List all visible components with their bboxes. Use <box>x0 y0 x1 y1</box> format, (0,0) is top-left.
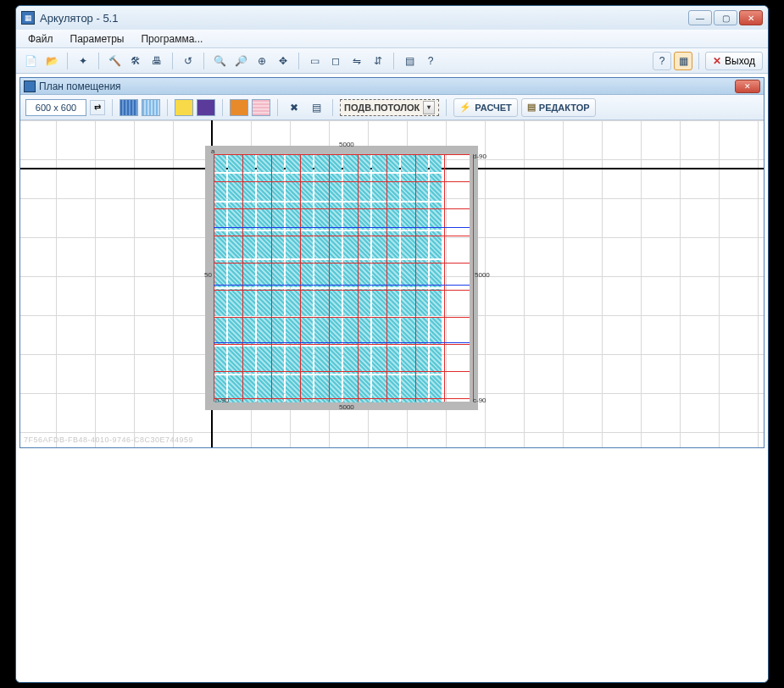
rect2-icon[interactable]: ◻ <box>326 52 345 70</box>
close-button[interactable]: ✕ <box>739 10 763 25</box>
print-icon[interactable]: 🖶 <box>147 52 166 70</box>
corner-d: d-90 <box>473 153 487 160</box>
open-icon[interactable]: 📂 <box>42 52 61 70</box>
bolt-icon: ⚡ <box>459 102 471 113</box>
pattern-orange[interactable] <box>230 99 248 116</box>
wizard-icon[interactable]: ✦ <box>74 52 92 70</box>
canvas[interactable]: 5000 5000 50 5000 a d-90 b-90 c-90 7F56A… <box>20 120 764 447</box>
panel-icon[interactable]: ▤ <box>400 52 419 70</box>
new-icon[interactable]: 📄 <box>21 52 40 70</box>
app-title: Аркулятор - 5.1 <box>40 12 688 25</box>
settings-icon[interactable]: ✖ <box>285 98 303 117</box>
rect-icon[interactable]: ▭ <box>305 52 324 70</box>
plan-toolbar: ⇄ ✖ ▤ ПОДВ.ПОТОЛОК ▾ <box>20 95 764 120</box>
editor-label: РЕДАКТОР <box>539 103 590 113</box>
separator <box>112 99 113 116</box>
plan-window: План помещения ✕ ⇄ ✖ ▤ ПОД <box>19 77 765 448</box>
menu-file[interactable]: Файл <box>21 31 60 47</box>
plan-title: План помещения <box>39 80 735 92</box>
separator <box>98 53 99 69</box>
grid-mode-icon[interactable]: ▦ <box>674 52 692 70</box>
separator <box>203 53 204 69</box>
fit-icon[interactable]: ⊕ <box>253 52 271 70</box>
separator <box>698 53 699 69</box>
room-plan[interactable] <box>214 146 470 402</box>
undo-icon[interactable]: ↺ <box>179 52 197 70</box>
pattern-purple[interactable] <box>197 99 215 116</box>
menu-params[interactable]: Параметры <box>64 31 131 47</box>
menu-program[interactable]: Программа... <box>134 31 209 47</box>
calculate-label: РАСЧЕТ <box>475 103 512 113</box>
hammer-icon[interactable]: 🔨 <box>105 52 124 70</box>
plan-icon <box>24 80 36 92</box>
calculate-button[interactable]: ⚡ РАСЧЕТ <box>453 98 518 117</box>
separator <box>172 53 173 69</box>
corner-b: b-90 <box>215 397 229 404</box>
window-controls: — ▢ ✕ <box>688 10 763 25</box>
dim-left: 50 <box>204 271 212 279</box>
separator <box>277 99 278 116</box>
exit-button[interactable]: ✕ Выход <box>705 52 763 70</box>
chevron-down-icon: ▾ <box>423 101 435 114</box>
main-window: ▦ Аркулятор - 5.1 — ▢ ✕ Файл Параметры П… <box>15 5 769 683</box>
pattern-yellow[interactable] <box>175 99 193 116</box>
separator <box>332 99 333 116</box>
pattern-blue[interactable] <box>120 99 138 116</box>
separator <box>167 99 168 116</box>
editor-button[interactable]: ▤ РЕДАКТОР <box>521 98 596 117</box>
swap-icon[interactable]: ⇄ <box>90 100 105 115</box>
client-area: План помещения ✕ ⇄ ✖ ▤ ПОД <box>16 74 768 682</box>
tool-icon[interactable]: 🛠 <box>126 52 145 70</box>
dropdown-label: ПОДВ.ПОТОЛОК <box>344 103 420 113</box>
help-icon[interactable]: ? <box>421 52 440 70</box>
watermark: 7F56AFDB-FB48-4010-9746-C8C30E744959 <box>24 436 193 444</box>
tile-grid <box>214 154 470 402</box>
plan-close-button[interactable]: ✕ <box>735 80 760 93</box>
dim-bottom: 5000 <box>339 403 354 411</box>
zoom-in-icon[interactable]: 🔍 <box>210 52 229 70</box>
separator <box>67 53 68 69</box>
flip-v-icon[interactable]: ⇵ <box>369 52 387 70</box>
ceiling-type-dropdown[interactable]: ПОДВ.ПОТОЛОК ▾ <box>340 99 439 116</box>
help2-icon[interactable]: ? <box>653 52 671 70</box>
corner-a: a <box>211 147 214 155</box>
tile-size-field[interactable] <box>25 99 86 116</box>
pattern-lightblue[interactable] <box>142 99 160 116</box>
exit-icon: ✕ <box>713 55 721 67</box>
pattern-pink[interactable] <box>252 99 270 116</box>
main-toolbar: 📄 📂 ✦ 🔨 🛠 🖶 ↺ 🔍 🔎 ⊕ ✥ ▭ ◻ ⇋ ⇵ ▤ ? ? ▦ ✕ … <box>16 48 768 74</box>
pan-icon[interactable]: ✥ <box>274 52 292 70</box>
minimize-button[interactable]: — <box>688 10 712 25</box>
zoom-out-icon[interactable]: 🔎 <box>231 52 250 70</box>
maximize-button[interactable]: ▢ <box>714 10 737 25</box>
corner-c: c-90 <box>473 397 487 404</box>
editor-icon: ▤ <box>527 102 536 113</box>
flip-h-icon[interactable]: ⇋ <box>348 52 366 70</box>
separator <box>393 53 394 69</box>
separator <box>446 99 447 116</box>
dim-right: 5000 <box>475 271 490 279</box>
exit-label: Выход <box>725 55 755 67</box>
titlebar[interactable]: ▦ Аркулятор - 5.1 — ▢ ✕ <box>16 6 768 30</box>
list-icon[interactable]: ▤ <box>307 98 325 117</box>
separator <box>298 53 299 69</box>
menubar: Файл Параметры Программа... <box>16 30 768 48</box>
dim-top: 5000 <box>339 141 354 148</box>
plan-titlebar[interactable]: План помещения ✕ <box>20 78 764 95</box>
app-icon: ▦ <box>21 11 35 25</box>
separator <box>222 99 223 116</box>
